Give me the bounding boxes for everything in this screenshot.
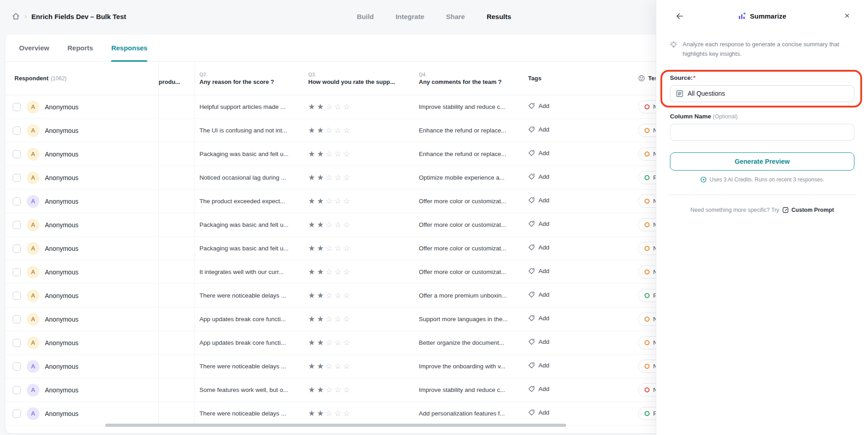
star-icon: ★ (308, 103, 315, 111)
required-marker: * (693, 74, 695, 81)
sentiment-dot-icon (645, 340, 650, 345)
star-icon: ★ (308, 410, 315, 417)
respondent-name: Anonymous (45, 363, 78, 370)
tags-column-header: Tags (528, 75, 635, 82)
star-icon: ☆ (326, 103, 333, 111)
row-checkbox[interactable] (13, 174, 21, 182)
row-checkbox[interactable] (13, 292, 21, 300)
chevron-right-icon: › (24, 13, 27, 20)
add-tag-button[interactable]: Add (528, 220, 549, 227)
rating-stars: ★★☆☆☆ (308, 386, 414, 394)
row-checkbox[interactable] (13, 197, 21, 205)
rating-stars: ★★☆☆☆ (308, 150, 414, 158)
star-icon: ★ (308, 268, 315, 276)
sentiment-dot-icon (645, 246, 650, 251)
row-checkbox[interactable] (13, 103, 21, 111)
row-checkbox[interactable] (13, 386, 21, 394)
avatar: A (27, 360, 39, 373)
star-icon: ★ (317, 315, 324, 323)
row-checkbox[interactable] (13, 150, 21, 158)
sentiment-dot-icon (645, 293, 650, 298)
rating-stars: ★★☆☆☆ (308, 315, 414, 323)
star-icon: ★ (308, 221, 315, 229)
column-name-input[interactable] (670, 124, 854, 141)
tag-icon (528, 244, 535, 251)
rating-stars: ★★☆☆☆ (308, 410, 414, 417)
credits-note: Uses 3 AI Credits. Runs on recent 3 resp… (656, 176, 868, 183)
tag-icon (528, 220, 535, 227)
star-icon: ☆ (326, 386, 333, 394)
tab-overview[interactable]: Overview (19, 34, 49, 61)
add-tag-button[interactable]: Add (528, 291, 549, 298)
respondent-name: Anonymous (45, 151, 78, 158)
nav-share[interactable]: Share (446, 13, 465, 20)
source-label: Source:* (670, 74, 854, 81)
breadcrumb: › Enrich Fields Dev – Bulk Test (12, 12, 126, 20)
row-checkbox[interactable] (13, 410, 21, 418)
add-tag-button[interactable]: Add (528, 386, 549, 392)
add-tag-button[interactable]: Add (528, 173, 549, 180)
row-checkbox[interactable] (13, 315, 21, 323)
respondent-name: Anonymous (45, 269, 78, 276)
nav-results[interactable]: Results (487, 13, 511, 20)
add-tag-button[interactable]: Add (528, 362, 549, 369)
sentiment-dot-icon (645, 387, 650, 392)
tab-reports[interactable]: Reports (68, 34, 93, 61)
star-icon: ★ (308, 197, 315, 205)
star-icon: ☆ (335, 127, 341, 134)
sentiment-icon (638, 75, 645, 82)
add-tag-button[interactable]: Add (528, 126, 549, 133)
respondent-name: Anonymous (45, 103, 78, 111)
row-checkbox[interactable] (13, 221, 21, 229)
generate-preview-button[interactable]: Generate Preview (670, 152, 854, 171)
nav-build[interactable]: Build (357, 13, 374, 20)
source-select[interactable]: All Questions (670, 85, 854, 102)
star-icon: ★ (317, 150, 324, 158)
add-tag-button[interactable]: Add (528, 197, 549, 204)
respondent-name: Anonymous (45, 198, 78, 205)
home-icon[interactable] (12, 12, 20, 20)
add-tag-button[interactable]: Add (528, 268, 549, 274)
q4-answer: Improve stability and reduce c... (414, 386, 521, 393)
sentiment-dot-icon (645, 317, 650, 322)
add-tag-button[interactable]: Add (528, 150, 549, 156)
q4-answer: Improve the onboarding with v... (414, 363, 521, 370)
q4-answer: Offer more color or customizat... (414, 221, 521, 228)
horizontal-scrollbar[interactable] (105, 424, 566, 427)
row-checkbox[interactable] (13, 127, 21, 135)
add-tag-button[interactable]: Add (528, 315, 549, 322)
star-icon: ★ (317, 292, 324, 299)
add-tag-button[interactable]: Add (528, 244, 549, 251)
row-checkbox[interactable] (13, 268, 21, 276)
star-icon: ☆ (335, 174, 341, 181)
star-icon: ★ (317, 268, 324, 276)
avatar: A (27, 242, 39, 255)
respondent-name: Anonymous (45, 245, 78, 252)
row-checkbox[interactable] (13, 244, 21, 253)
star-icon: ☆ (335, 268, 341, 276)
row-checkbox[interactable] (13, 362, 21, 371)
q2-answer: There were noticeable delays ... (195, 410, 306, 417)
custom-prompt-link[interactable]: Custom Prompt (782, 207, 834, 213)
custom-prompt-hint: Need something more specific? Try (690, 207, 779, 213)
star-icon: ★ (308, 174, 315, 181)
add-tag-button[interactable]: Add (528, 409, 549, 416)
avatar: A (27, 195, 39, 208)
rating-stars: ★★☆☆☆ (308, 127, 414, 134)
sentiment-dot-icon (645, 269, 650, 274)
star-icon: ☆ (335, 386, 341, 394)
tab-responses[interactable]: Responses (111, 34, 147, 61)
add-tag-button[interactable]: Add (528, 338, 549, 345)
avatar: A (27, 313, 39, 326)
add-tag-button[interactable]: Add (528, 103, 549, 109)
back-button[interactable] (674, 10, 686, 22)
nav-integrate[interactable]: Integrate (396, 13, 424, 20)
close-button[interactable]: ✕ (842, 10, 852, 22)
q4-answer: Offer a more premium unboxin... (414, 292, 521, 299)
row-checkbox[interactable] (13, 339, 21, 347)
star-icon: ☆ (343, 150, 350, 158)
q2-answer: The product exceeded expect... (195, 198, 306, 205)
respondent-name: Anonymous (45, 339, 78, 347)
panel-title: Summarize (656, 5, 868, 26)
star-icon: ☆ (326, 197, 333, 205)
